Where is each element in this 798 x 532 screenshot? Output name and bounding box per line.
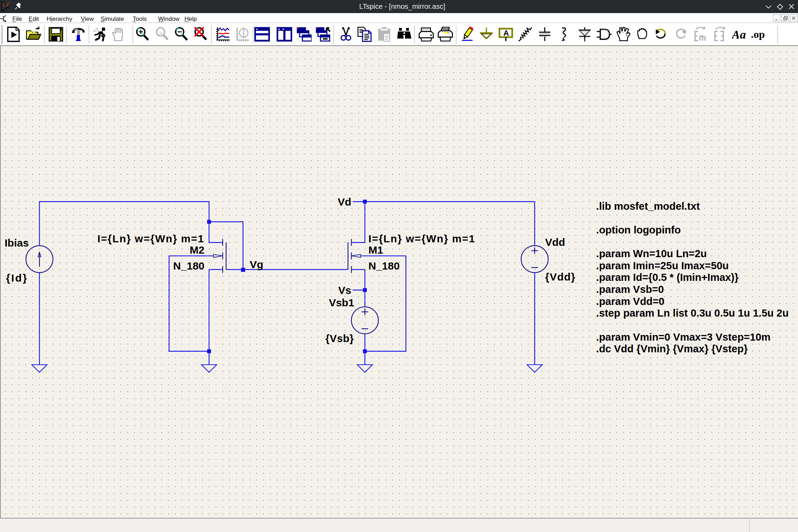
svg-text:Aa: Aa [732,28,746,41]
svg-text:.param Vdd=0: .param Vdd=0 [596,295,664,307]
svg-text:{Vsb}: {Vsb} [325,332,354,344]
svg-text:.param Imin=25u Imax=50u: .param Imin=25u Imax=50u [596,260,729,271]
svg-text:.param Wn=10u Ln=2u: .param Wn=10u Ln=2u [596,248,707,259]
svg-text:.dc Vdd {Vmin} {Vmax} {Vstep}: .dc Vdd {Vmin} {Vmax} {Vstep} [596,343,748,354]
svg-text:Vsb1: Vsb1 [329,297,354,308]
svg-text:.option logopinfo: .option logopinfo [596,224,681,236]
svg-text:{Id}: {Id} [6,272,27,284]
svg-text:.param Vmin=0 Vmax=3 Vstep=10m: .param Vmin=0 Vmax=3 Vstep=10m [596,331,770,343]
svg-text:.lib mosfet_model.txt: .lib mosfet_model.txt [596,200,700,212]
svg-text:Vd: Vd [338,196,351,208]
svg-text:Vg: Vg [250,259,263,270]
svg-text:LT: LT [2,1,10,8]
svg-text:.op: .op [751,28,765,40]
svg-text:.step param Ln list 0.3u 0.5u: .step param Ln list 0.3u 0.5u 1u 1.5u 2u [596,307,788,319]
svg-text:.param Id={0.5 * (Imin+Imax)}: .param Id={0.5 * (Imin+Imax)} [596,271,739,283]
svg-text:.param Vsb=0: .param Vsb=0 [596,283,664,295]
svg-text:I={Ln} w={Wn} m=1: I={Ln} w={Wn} m=1 [369,233,475,244]
svg-text:N_180: N_180 [173,260,204,272]
svg-text:I={Ln} w={Wn} m=1: I={Ln} w={Wn} m=1 [97,233,204,244]
svg-text:Vs: Vs [338,284,351,296]
svg-text:Vdd: Vdd [545,236,565,248]
svg-text:M1: M1 [369,244,383,256]
svg-text:Ibias: Ibias [5,237,29,249]
svg-text:N_180: N_180 [369,260,400,272]
svg-text:{Vdd}: {Vdd} [545,271,575,283]
svg-text:A: A [503,29,509,37]
svg-text:M2: M2 [190,244,204,256]
